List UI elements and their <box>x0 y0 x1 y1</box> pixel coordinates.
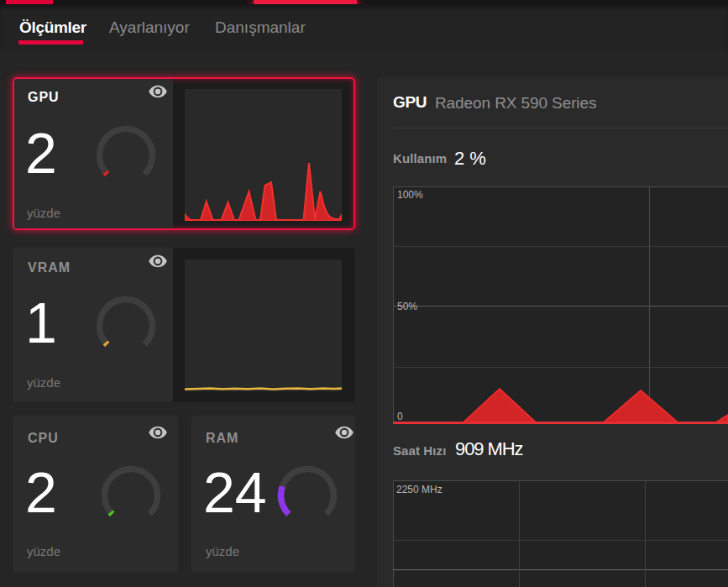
svg-text:100%: 100% <box>397 189 423 201</box>
svg-text:50%: 50% <box>397 301 417 312</box>
svg-text:2250 MHz: 2250 MHz <box>396 484 443 495</box>
svg-text:0: 0 <box>397 411 403 422</box>
